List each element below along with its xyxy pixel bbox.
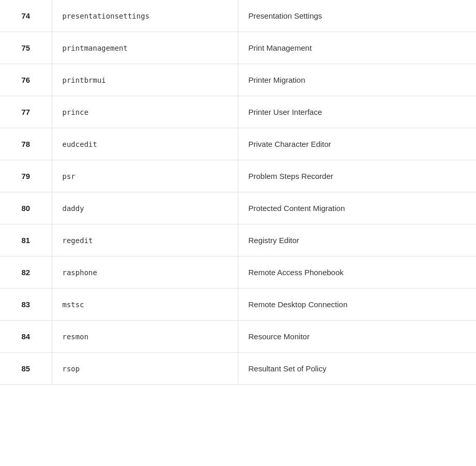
table-row: 76 printbrmui Printer Migration xyxy=(0,64,476,96)
table-row: 81 regedit Registry Editor xyxy=(0,224,476,257)
row-number: 85 xyxy=(0,353,52,385)
table-row: 82 rasphone Remote Access Phonebook xyxy=(0,257,476,289)
table-row: 84 resmon Resource Monitor xyxy=(0,321,476,353)
row-app-name: Protected Content Migration xyxy=(238,192,476,224)
row-number: 77 xyxy=(0,96,52,128)
row-app-name: Registry Editor xyxy=(238,224,476,257)
row-app-name: Remote Desktop Connection xyxy=(238,289,476,321)
row-command: rasphone xyxy=(52,257,238,289)
row-number: 83 xyxy=(0,289,52,321)
row-number: 80 xyxy=(0,192,52,224)
row-command: regedit xyxy=(52,224,238,257)
row-command: presentationsettings xyxy=(52,0,238,32)
row-number: 82 xyxy=(0,257,52,289)
table-row: 78 eudcedit Private Character Editor xyxy=(0,128,476,160)
table-row: 75 printmanagement Print Management xyxy=(0,32,476,64)
row-number: 79 xyxy=(0,160,52,192)
row-number: 75 xyxy=(0,32,52,64)
row-command: rsop xyxy=(52,353,238,385)
row-command: printbrmui xyxy=(52,64,238,96)
row-app-name: Print Management xyxy=(238,32,476,64)
row-app-name: Presentation Settings xyxy=(238,0,476,32)
table-row: 80 daddy Protected Content Migration xyxy=(0,192,476,224)
row-command: resmon xyxy=(52,321,238,353)
row-command: eudcedit xyxy=(52,128,238,160)
commands-table: 74 presentationsettings Presentation Set… xyxy=(0,0,476,385)
row-number: 81 xyxy=(0,224,52,257)
row-number: 84 xyxy=(0,321,52,353)
table-row: 83 mstsc Remote Desktop Connection xyxy=(0,289,476,321)
row-app-name: Printer User Interface xyxy=(238,96,476,128)
table-row: 77 prince Printer User Interface xyxy=(0,96,476,128)
table-row: 74 presentationsettings Presentation Set… xyxy=(0,0,476,32)
table-row: 79 psr Problem Steps Recorder xyxy=(0,160,476,192)
row-app-name: Resource Monitor xyxy=(238,321,476,353)
row-command: mstsc xyxy=(52,289,238,321)
row-app-name: Resultant Set of Policy xyxy=(238,353,476,385)
table-row: 85 rsop Resultant Set of Policy xyxy=(0,353,476,385)
row-app-name: Printer Migration xyxy=(238,64,476,96)
row-command: prince xyxy=(52,96,238,128)
row-app-name: Problem Steps Recorder xyxy=(238,160,476,192)
row-command: daddy xyxy=(52,192,238,224)
row-app-name: Private Character Editor xyxy=(238,128,476,160)
row-number: 78 xyxy=(0,128,52,160)
row-number: 74 xyxy=(0,0,52,32)
row-app-name: Remote Access Phonebook xyxy=(238,257,476,289)
row-number: 76 xyxy=(0,64,52,96)
row-command: printmanagement xyxy=(52,32,238,64)
row-command: psr xyxy=(52,160,238,192)
